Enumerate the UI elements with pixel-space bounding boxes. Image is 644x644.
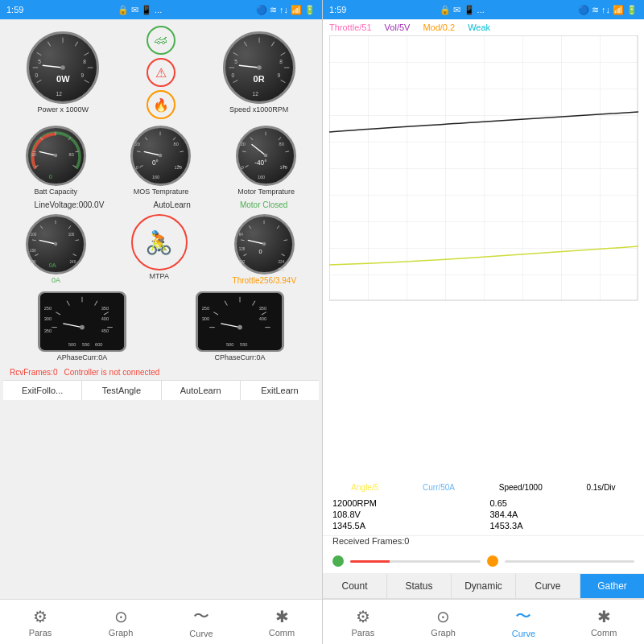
- svg-line-49: [180, 151, 184, 152]
- right-status-bar: 1:59 🔒 ✉ 📱 ... 🔵 ≋ ↑↓ 📶 🔋: [323, 0, 644, 19]
- paras-icon: ⚙: [33, 607, 47, 626]
- svg-text:0: 0: [35, 72, 39, 78]
- left-tab-graph[interactable]: ⊙ Graph: [80, 600, 161, 644]
- svg-line-16: [233, 80, 237, 82]
- right-comm-label: Comm: [591, 628, 617, 638]
- current-label: 0A: [52, 276, 60, 284]
- svg-line-91: [249, 225, 251, 229]
- svg-text:400: 400: [101, 316, 109, 321]
- paras-label: Paras: [29, 628, 52, 638]
- throttle-label: Throttle256/3.94V: [233, 276, 297, 285]
- svg-line-38: [72, 165, 76, 167]
- rpm-value: 12000RPM: [332, 498, 477, 508]
- svg-text:250: 250: [44, 306, 52, 311]
- info-row: LineVoltage:000.0V AutoLearn Motor Close…: [3, 199, 319, 211]
- bicycle-icon: 🚴: [131, 214, 188, 270]
- svg-text:9: 9: [277, 72, 280, 78]
- left-tab-paras[interactable]: ⚙ Paras: [0, 600, 80, 644]
- angle-label: Angle/5: [351, 483, 378, 492]
- auto-learn-button[interactable]: AutoLearn: [162, 381, 241, 400]
- svg-text:100: 100: [68, 233, 75, 237]
- voltage-value: 108.8V: [332, 510, 477, 519]
- svg-line-80: [72, 254, 76, 255]
- svg-text:300: 300: [202, 316, 209, 321]
- orange-slider-track[interactable]: [505, 560, 635, 563]
- svg-text:0: 0: [242, 165, 244, 170]
- svg-line-76: [40, 225, 43, 229]
- svg-line-2: [37, 52, 42, 55]
- chart-container: [323, 35, 644, 481]
- green-slider-track[interactable]: [350, 560, 481, 563]
- top-gauges-row: 5 0 8 9 12 0W Power x 1000W 🏎: [3, 23, 319, 122]
- svg-text:140: 140: [280, 165, 287, 170]
- graph-label: Graph: [109, 628, 134, 638]
- status-button[interactable]: Status: [387, 574, 452, 598]
- gather-button[interactable]: Gather: [580, 574, 644, 598]
- svg-line-22: [280, 52, 285, 55]
- count-button[interactable]: Count: [323, 574, 387, 598]
- mtpa-label: MTPA: [150, 272, 169, 280]
- svg-text:20: 20: [241, 142, 246, 147]
- svg-line-8: [85, 80, 89, 82]
- right-tab-curve[interactable]: 〜 Curve: [484, 600, 564, 644]
- svg-text:0: 0: [49, 173, 52, 180]
- right-curve-icon: 〜: [515, 605, 531, 627]
- svg-text:160: 160: [258, 175, 265, 180]
- rcv-frames: RcvFrames:0: [10, 368, 57, 377]
- svg-line-87: [39, 240, 56, 244]
- exit-follo-button[interactable]: ExitFollo...: [3, 381, 82, 400]
- svg-text:0: 0: [231, 72, 234, 78]
- curve-button[interactable]: Curve: [516, 574, 580, 598]
- lower-gauges-row: 100 160 200 100 240 0A 0A 🚴 MTPA: [3, 211, 319, 288]
- svg-line-30: [238, 65, 258, 68]
- throttle-chart-label: Throttle/51: [329, 23, 372, 32]
- svg-text:5: 5: [39, 59, 42, 64]
- chart-labels-top: Throttle/51 Vol/5V Mod/0.2 Weak: [323, 19, 644, 35]
- current-gauge-container: 100 160 200 100 240 0A 0A: [26, 214, 86, 285]
- svg-text:30: 30: [31, 152, 36, 157]
- line-voltage: LineVoltage:000.0V: [35, 200, 105, 209]
- svg-line-90: [241, 240, 245, 241]
- right-tab-comm[interactable]: ✱ Comm: [564, 600, 644, 644]
- exit-learn-button[interactable]: ExitLearn: [241, 381, 319, 400]
- weak-chart-label: Weak: [468, 23, 490, 32]
- right-tab-graph[interactable]: ⊙ Graph: [403, 600, 484, 644]
- left-tab-curve[interactable]: 〜 Curve: [161, 600, 242, 644]
- right-tab-paras[interactable]: ⚙ Paras: [323, 600, 403, 644]
- svg-text:8: 8: [279, 59, 283, 64]
- svg-text:160: 160: [152, 175, 159, 180]
- left-tab-comm[interactable]: ✱ Comm: [242, 600, 322, 644]
- throttle-gauge: 64 128 192 224 256 0: [234, 214, 295, 275]
- svg-text:12: 12: [56, 91, 63, 97]
- dynamic-button[interactable]: Dynamic: [452, 574, 516, 598]
- svg-line-74: [35, 254, 38, 255]
- curr-label: Curr/50A: [423, 483, 455, 492]
- svg-line-79: [75, 240, 79, 241]
- bottom-gauges-row: 250 300 350 350 400 450 500 550 600 APha…: [3, 288, 319, 365]
- left-content: 5 0 8 9 12 0W Power x 1000W 🏎: [0, 19, 322, 599]
- svg-text:100: 100: [31, 233, 37, 237]
- current-a-value: 1345.5A: [332, 521, 477, 530]
- svg-text:0°: 0°: [152, 159, 159, 167]
- motor-temp-gauge-container: 20 80 0 140 160 -40° Motor Temprature: [236, 126, 296, 196]
- svg-line-45: [138, 151, 142, 152]
- svg-point-58: [159, 154, 163, 158]
- svg-line-78: [68, 225, 71, 229]
- left-signal-icons: 🔵 ≋ ↑↓ 📶 🔋: [256, 5, 316, 15]
- svg-line-94: [283, 240, 287, 241]
- left-status-bar: 1:59 🔒 ✉ 📱 ... 🔵 ≋ ↑↓ 📶 🔋: [0, 0, 322, 19]
- received-frames: Received Frames:0: [323, 536, 644, 549]
- right-time: 1:59: [329, 5, 346, 14]
- left-nav-tabs: ⚙ Paras ⊙ Graph 〜 Curve ✱ Comm: [0, 599, 322, 644]
- svg-line-59: [246, 165, 249, 167]
- svg-text:400: 400: [259, 316, 266, 321]
- right-comm-icon: ✱: [597, 607, 611, 626]
- right-nav-tabs: ⚙ Paras ⊙ Graph 〜 Curve ✱ Comm: [323, 599, 644, 644]
- test-angle-button[interactable]: TestAngle: [82, 381, 161, 400]
- motor-temp-gauge: 20 80 0 140 160 -40°: [236, 126, 296, 186]
- svg-line-102: [248, 240, 264, 244]
- current-b-value: 1453.3A: [490, 521, 635, 530]
- svg-text:450: 450: [101, 328, 109, 333]
- svg-line-75: [32, 240, 36, 241]
- mos-gauge: 20 80 0 120 160 0°: [130, 126, 191, 186]
